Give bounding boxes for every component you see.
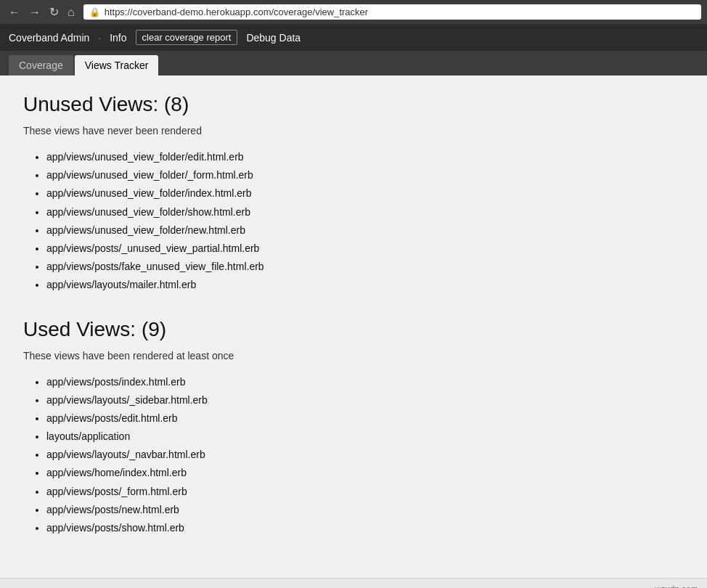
- list-item: app/views/home/index.html.erb: [46, 464, 684, 482]
- home-button[interactable]: ⌂: [65, 5, 78, 20]
- lock-icon: 🔒: [89, 7, 100, 17]
- debug-data-link[interactable]: Debug Data: [246, 32, 301, 44]
- clear-coverage-button[interactable]: clear coverage report: [136, 30, 238, 45]
- list-item: app/views/layouts/_navbar.html.erb: [46, 446, 684, 464]
- list-item: app/views/posts/index.html.erb: [46, 373, 684, 391]
- nav-buttons: ← → ↻ ⌂: [6, 5, 78, 20]
- browser-chrome: ← → ↻ ⌂ 🔒 https://coverband-demo.herokua…: [0, 0, 707, 24]
- list-item: app/views/posts/edit.html.erb: [46, 409, 684, 428]
- url-text: https://coverband-demo.herokuapp.com/cov…: [105, 7, 368, 17]
- unused-views-title: Unused Views: (8): [23, 93, 684, 116]
- footer: wsxdn.com: [0, 578, 707, 588]
- list-item: app/views/unused_view_folder/_form.html.…: [46, 166, 684, 184]
- list-item: app/views/unused_view_folder/show.html.e…: [46, 203, 684, 221]
- forward-button[interactable]: →: [26, 5, 44, 20]
- list-item: app/views/unused_view_folder/new.html.er…: [46, 221, 684, 240]
- list-item: app/views/posts/_form.html.erb: [46, 483, 684, 501]
- reload-button[interactable]: ↻: [46, 5, 62, 20]
- top-nav: Coverband Admin · Info clear coverage re…: [0, 24, 707, 51]
- list-item: app/views/layouts/mailer.html.erb: [46, 276, 684, 294]
- list-item: app/views/layouts/_sidebar.html.erb: [46, 391, 684, 409]
- unused-views-list: app/views/unused_view_folder/edit.html.e…: [23, 148, 684, 295]
- info-link[interactable]: Info: [110, 32, 126, 44]
- list-item: layouts/application: [46, 428, 684, 446]
- list-item: app/views/posts/new.html.erb: [46, 501, 684, 519]
- list-item: app/views/posts/_unused_view_partial.htm…: [46, 240, 684, 258]
- footer-watermark: wsxdn.com: [655, 584, 698, 588]
- main-content: Unused Views: (8) These views have never…: [0, 75, 707, 578]
- tabs-bar: Coverage Views Tracker: [0, 51, 707, 75]
- tab-views-tracker[interactable]: Views Tracker: [75, 55, 159, 75]
- back-button[interactable]: ←: [6, 5, 23, 20]
- tab-coverage[interactable]: Coverage: [9, 55, 73, 75]
- list-item: app/views/unused_view_folder/index.html.…: [46, 184, 684, 203]
- list-item: app/views/posts/fake_unused_view_file.ht…: [46, 258, 684, 276]
- address-bar[interactable]: 🔒 https://coverband-demo.herokuapp.com/c…: [83, 4, 701, 20]
- unused-views-description: These views have never been rendered: [23, 125, 684, 136]
- used-views-description: These views have been rendered at least …: [23, 350, 684, 362]
- list-item: app/views/unused_view_folder/edit.html.e…: [46, 148, 684, 166]
- used-views-list: app/views/posts/index.html.erbapp/views/…: [23, 373, 684, 538]
- nav-separator-1: ·: [98, 32, 101, 44]
- list-item: app/views/posts/show.html.erb: [46, 519, 684, 537]
- admin-link[interactable]: Coverband Admin: [9, 32, 89, 44]
- used-views-title: Used Views: (9): [23, 318, 684, 341]
